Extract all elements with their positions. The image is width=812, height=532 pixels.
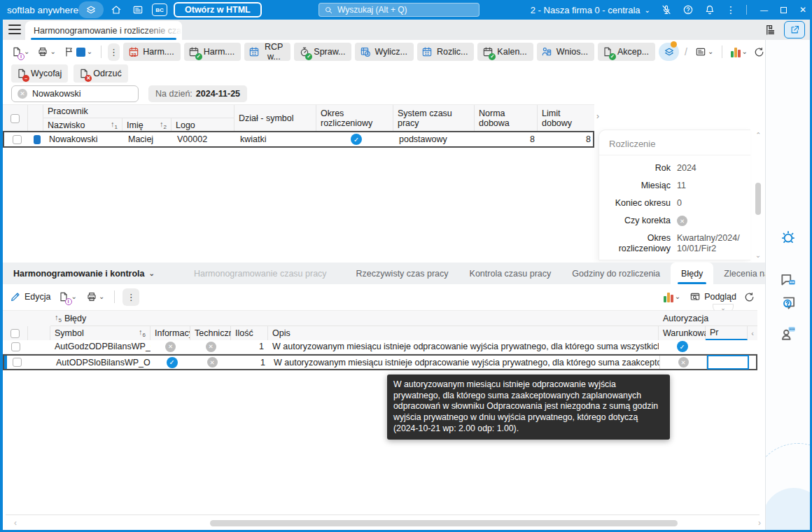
edycja-button[interactable]: Edycja xyxy=(10,291,51,302)
tab-list-icon[interactable] xyxy=(764,24,777,36)
column-header-imie[interactable]: Imię ↑2 xyxy=(122,118,172,132)
select-all-cell[interactable] xyxy=(3,326,28,340)
selected-row-accent xyxy=(4,356,7,369)
scroll-down-icon[interactable]: ⌄ xyxy=(755,251,761,259)
refresh-icon[interactable] xyxy=(753,46,765,58)
workspaces-button[interactable] xyxy=(78,1,104,18)
clear-search-icon[interactable]: ✕ xyxy=(18,89,27,99)
home-icon[interactable] xyxy=(108,1,124,18)
bc-badge[interactable]: BC xyxy=(152,4,167,16)
column-header-opis[interactable]: Opis xyxy=(268,326,659,340)
scroll-up-icon[interactable]: ⌄ xyxy=(755,131,761,139)
column-header-norma[interactable]: Norma dobowa xyxy=(475,105,538,132)
scrollbar-thumb[interactable] xyxy=(755,183,761,215)
window-close-button[interactable]: ✕ xyxy=(799,5,806,15)
employee-search[interactable]: ✕ xyxy=(11,85,139,102)
row-checkbox[interactable] xyxy=(13,358,22,367)
help-icon[interactable] xyxy=(682,4,694,15)
action-harmonogram2-button[interactable]: ✓ Harm.... xyxy=(184,43,241,61)
menu-hamburger-button[interactable] xyxy=(8,24,21,34)
scrollbar-thumb[interactable] xyxy=(210,520,678,526)
field-label: Koniec okresu xyxy=(599,198,671,209)
row-checkbox[interactable] xyxy=(11,342,20,351)
vertical-scrollbar[interactable]: ⌄ ⌄ xyxy=(752,130,764,260)
action-akceptuj-button[interactable]: ✓ Akcep... xyxy=(598,43,655,61)
news-icon[interactable] xyxy=(130,1,146,18)
column-header-informacyjny[interactable]: Informacyjny xyxy=(150,326,190,340)
column-header-limit[interactable]: Limit dobowy xyxy=(538,105,594,132)
employee-row-selected[interactable]: Nowakowski Maciej V00002 kwiatki ✓ podst… xyxy=(3,131,594,148)
new-document-button[interactable]: i ⌄ xyxy=(8,44,31,60)
column-header-symbol[interactable]: Symbol ↑6 xyxy=(50,326,150,340)
column-scroll-left-icon[interactable]: ‹ xyxy=(748,326,757,340)
action-rcp-button[interactable]: RCP w... xyxy=(244,43,290,61)
ideas-lightbulb-icon[interactable] xyxy=(778,227,798,247)
column-scroll-right-icon[interactable]: › xyxy=(596,111,599,121)
tab-harmonogramowanie-czasu-pracy[interactable]: Harmonogramowanie czasu pracy xyxy=(183,262,337,284)
tab-godziny-do-rozliczenia[interactable]: Godziny do rozliczenia xyxy=(561,262,671,284)
global-search[interactable] xyxy=(318,3,479,17)
print-button[interactable]: ⌄ xyxy=(84,289,106,304)
column-header-okres[interactable]: Okres rozliczeniowy xyxy=(316,105,393,132)
window-maximize-button[interactable] xyxy=(780,7,787,13)
action-harmonogram-button[interactable]: 23 Harm.... xyxy=(123,43,180,61)
action-rozlicz-button[interactable]: Rozlic... xyxy=(417,43,474,61)
global-search-input[interactable] xyxy=(337,5,474,15)
print-button[interactable]: ⌄ xyxy=(35,44,57,59)
scroll-right-icon[interactable]: › xyxy=(758,518,761,528)
selected-cell[interactable] xyxy=(707,355,749,370)
action-wniosek-button[interactable]: Wnios... xyxy=(537,43,594,61)
notifications-bell-icon[interactable] xyxy=(704,4,715,15)
action-kalendarz-button[interactable]: ✓ Kalen... xyxy=(477,43,533,61)
more-actions-button[interactable]: ⋮ xyxy=(122,288,139,306)
page-layout-button[interactable]: ⌄ xyxy=(693,44,715,59)
odrzuc-button[interactable]: ✕ Odrzuć xyxy=(74,64,127,83)
divider xyxy=(114,290,115,303)
column-header-logo[interactable]: Logo xyxy=(172,118,234,132)
refresh-icon[interactable] xyxy=(743,291,755,303)
view-selector-harmonogramowanie-i-kontrola[interactable]: Harmonogramowanie i kontrola ⌄ xyxy=(11,262,165,284)
scroll-left-icon[interactable]: ‹ xyxy=(14,518,17,528)
action-sprawdz-button[interactable]: ✓ Spraw... xyxy=(294,43,351,61)
tab-harmonogramowanie[interactable]: Harmonogramowanie i rozliczenie czas xyxy=(25,21,182,40)
employee-grid-header: Pracownik Nazwisko ↑1 Imię ↑2 Logo Dział… xyxy=(3,104,594,132)
column-header-pr[interactable]: Pr xyxy=(706,326,748,340)
select-all-checkbox[interactable] xyxy=(10,114,20,123)
company-selector[interactable]: 2 - Nasza firma 0 - centrala ⌄ xyxy=(531,5,650,15)
horizontal-scrollbar[interactable]: ‹ › xyxy=(3,518,765,528)
more-actions-button[interactable]: ⋮ xyxy=(108,43,120,61)
new-document-button[interactable]: i ⌄ xyxy=(56,289,79,305)
share-view-button[interactable] xyxy=(784,21,805,38)
cell-norma: 8 xyxy=(476,132,539,146)
column-header-warunkowa[interactable]: Warunkowa xyxy=(659,326,706,340)
chart-button[interactable]: ⌄ xyxy=(662,290,682,304)
help-bubble-icon[interactable] xyxy=(778,293,798,313)
error-row-selected[interactable]: AutODPSloBilansWP_O ✓ ✕ 1 W autoryzowany… xyxy=(3,354,757,370)
contact-person-icon[interactable] xyxy=(778,323,798,342)
podglad-button[interactable]: Podgląd xyxy=(690,291,736,302)
flag-marker-button[interactable]: ⌄ xyxy=(62,44,94,59)
select-all-checkbox[interactable] xyxy=(10,329,20,338)
column-header-ilosc[interactable]: Ilość xyxy=(231,326,268,340)
employee-search-input[interactable] xyxy=(32,89,132,99)
window-minimize-button[interactable]: — xyxy=(760,6,768,14)
tab-bledy-active[interactable]: Błędy xyxy=(671,262,713,284)
column-header-techniczny[interactable]: Techniczny xyxy=(190,326,231,340)
column-header-system[interactable]: System czasu pracy xyxy=(393,105,475,132)
column-header-dzial[interactable]: Dział - symbol xyxy=(234,105,316,132)
microphone-muted-icon[interactable] xyxy=(661,4,672,15)
tab-rzeczywisty-czas-pracy[interactable]: Rzeczywisty czas pracy xyxy=(346,262,459,284)
wycofaj-button[interactable]: – Wycofaj xyxy=(11,64,68,83)
select-all-cell[interactable] xyxy=(3,105,28,132)
tab-kontrola-czasu-pracy[interactable]: Kontrola czasu pracy xyxy=(459,262,562,284)
chart-button[interactable]: ⌄ xyxy=(729,45,750,59)
action-wylicz-button[interactable]: Wylicz... xyxy=(355,43,413,61)
views-button[interactable] xyxy=(659,43,679,61)
overflow-menu-icon[interactable]: ⋮ xyxy=(726,4,736,15)
chat-feedback-icon[interactable] xyxy=(778,271,798,290)
error-row[interactable]: AutGodzODPBilansWP_O ✕ ✕ 1 W autoryzowan… xyxy=(3,340,757,354)
open-in-html-button[interactable]: Otwórz w HTML xyxy=(174,2,262,18)
date-filter-chip[interactable]: Na dzień: 2024-11-25 xyxy=(148,85,247,102)
column-header-nazwisko[interactable]: Nazwisko ↑1 xyxy=(43,118,122,132)
row-checkbox[interactable] xyxy=(13,135,22,144)
